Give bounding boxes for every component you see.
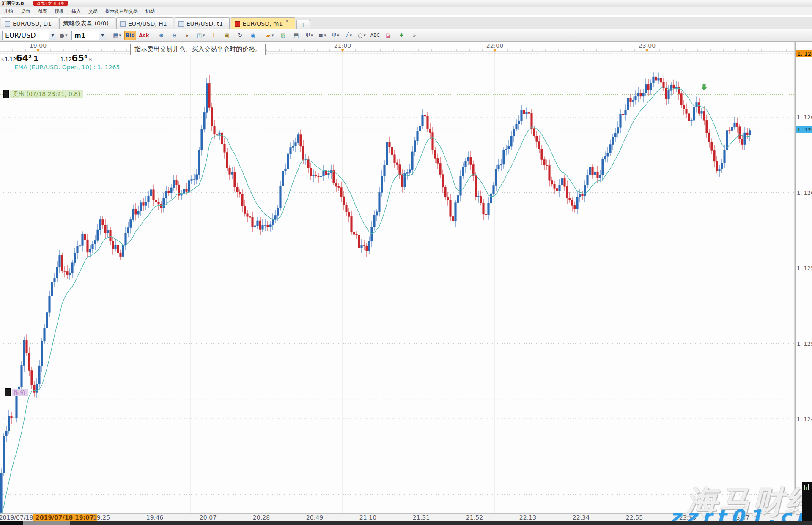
candle (28, 353, 30, 370)
globe-icon[interactable]: ◉ (247, 31, 259, 40)
period-select[interactable]: m1 (71, 31, 99, 40)
symbol-select-dropdown[interactable]: ▼ (49, 31, 56, 40)
new-window-icon[interactable]: ▣ (221, 31, 233, 40)
period-select-dropdown[interactable]: ▼ (99, 31, 106, 40)
eraser-icon[interactable]: ◪ (382, 31, 394, 40)
candle (564, 178, 565, 186)
menu-item-1[interactable]: 桌面 (17, 8, 34, 14)
order-square-marker[interactable] (3, 90, 9, 98)
fibonacci-icon[interactable]: Ψ▼ (329, 31, 341, 40)
candle (650, 83, 652, 90)
price-grid-label: 1. 1245 (797, 416, 812, 422)
ellipse-icon[interactable]: ○▼ (356, 31, 368, 40)
symbol-select[interactable]: EUR/USD (2, 31, 49, 40)
candle (201, 129, 203, 150)
candle (287, 154, 289, 169)
candle (521, 110, 522, 121)
toolbar-overflow-icon[interactable]: » (409, 31, 420, 40)
candle (437, 158, 439, 163)
candle (214, 126, 215, 134)
candle (140, 203, 142, 211)
candle (297, 135, 299, 143)
objects-list-icon[interactable]: ♦ (395, 31, 407, 40)
new-tab-button[interactable]: + (296, 20, 310, 29)
bottom-time-label: 20:07 (200, 514, 217, 521)
candle (384, 165, 385, 176)
pitchfork-icon-glyph: Ψ (306, 32, 310, 38)
candle (318, 176, 319, 177)
globe-icon-glyph: ◉ (251, 32, 255, 38)
candle (551, 180, 553, 184)
candle (160, 204, 162, 208)
promo-badge[interactable]: 点击汇交 开分享 (33, 1, 68, 6)
candle (452, 216, 454, 221)
candle (198, 150, 200, 175)
candle (56, 267, 58, 278)
candle (432, 133, 433, 150)
channels-icon[interactable]: ≡▼ (316, 31, 328, 40)
app-title: 汇图宝2.0 (2, 0, 24, 7)
chart-shift-icon[interactable]: ◳▼ (195, 31, 206, 40)
text-icon[interactable]: ABC (369, 31, 381, 40)
candle (424, 115, 426, 116)
candle (358, 235, 360, 248)
candle (401, 175, 403, 187)
candle (99, 219, 101, 230)
menu-item-6[interactable]: 提示及自动交易 (102, 8, 142, 14)
ask-button[interactable]: Ask (137, 31, 150, 40)
limit-order-label[interactable]: 限价 (5, 388, 28, 396)
calendar-icon[interactable]: ▤ (290, 31, 302, 40)
candle (528, 112, 530, 113)
ruler-icon[interactable]: ▰▼ (264, 31, 276, 40)
candle (546, 165, 548, 165)
menu-item-3[interactable]: 模板 (51, 8, 68, 14)
tab-0[interactable]: EUR/USD, D1 (1, 17, 58, 29)
candle (632, 100, 634, 102)
tab-1[interactable]: 策略仪表盘 (0/0) (59, 17, 115, 29)
chart-canvas[interactable] (0, 42, 795, 513)
sell-order-label[interactable]: 卖出 (07/18 23:21, 0.8) (3, 90, 83, 98)
ask-price-small: 1.12 (60, 57, 72, 63)
trendline-icon[interactable]: ╱▼ (343, 31, 354, 40)
tab-close-icon[interactable]: × (285, 19, 288, 23)
candle (614, 133, 616, 137)
refresh-icon[interactable]: ↻ (234, 31, 246, 40)
price-axis[interactable]: 1. 12651. 12601. 12551. 12501. 12451. 12… (795, 42, 812, 513)
candle (64, 271, 66, 271)
candle (442, 175, 444, 187)
pitchfork-icon[interactable]: Ψ▼ (303, 31, 315, 40)
auto-scroll-icon[interactable]: ▸ (181, 31, 193, 40)
candle (21, 366, 22, 387)
menu-item-5[interactable]: 交易 (85, 8, 102, 14)
top-time-label: 19:00 (30, 42, 47, 49)
candle (673, 85, 675, 88)
menu-item-4[interactable]: 插入 (68, 8, 85, 14)
zoom-out-icon[interactable]: ⊖ (168, 31, 180, 40)
candle (176, 180, 177, 185)
photo-icon[interactable]: ▨ (277, 31, 289, 40)
candle (602, 159, 604, 175)
chart-type-icon[interactable]: ▦▼ (111, 31, 123, 40)
symbol-visibility-icon[interactable]: ●▼ (58, 31, 69, 40)
candle (625, 110, 626, 115)
tab-3[interactable]: EUR/USD, t1 (175, 17, 230, 29)
candle (711, 142, 713, 151)
zoom-in-icon[interactable]: ⊕ (155, 31, 167, 40)
candle (343, 197, 345, 205)
candle (503, 150, 505, 164)
candle (635, 96, 636, 100)
menu-item-0[interactable]: 开始 (0, 8, 17, 14)
title-bar: 汇图宝2.0 点击汇交 开分享 (0, 0, 812, 7)
bid-button[interactable]: Bid (124, 31, 136, 40)
menu-item-7[interactable]: 协助 (142, 8, 159, 14)
candle (269, 225, 271, 227)
tab-active-4[interactable]: EUR/USD, m1× (231, 17, 295, 29)
menu-item-2[interactable]: 图表 (34, 8, 51, 14)
candle (244, 206, 246, 214)
candle (475, 176, 477, 197)
cursor-icon[interactable]: I (208, 31, 219, 40)
lot-input[interactable] (41, 55, 57, 61)
tab-2[interactable]: EUR/USD, H1 (116, 17, 173, 29)
candle (363, 245, 365, 246)
order-square-marker[interactable] (5, 388, 11, 396)
